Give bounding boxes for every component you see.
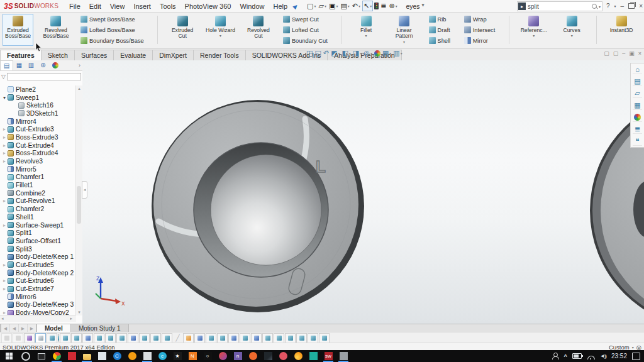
selection-filter-icon[interactable] <box>319 333 330 343</box>
heads-up-icon[interactable]: ● <box>374 50 380 57</box>
restore-button[interactable] <box>628 3 635 9</box>
tree-item[interactable]: Boss-Extrude4 <box>0 150 76 158</box>
selection-filter-icon[interactable] <box>60 333 70 343</box>
menu-item[interactable]: Insert <box>129 1 155 11</box>
expand-arrow-icon[interactable] <box>2 278 7 283</box>
wifi-icon[interactable] <box>587 353 595 359</box>
taskbar-app-icon[interactable]: C <box>109 350 125 362</box>
search-scope-icon[interactable]: ▸ <box>518 3 526 10</box>
tree-item[interactable]: Surface-Sweep1 <box>0 221 76 229</box>
heads-up-icon[interactable]: ◱ <box>314 50 321 57</box>
cortana-button[interactable] <box>18 352 34 361</box>
search-icon[interactable] <box>592 4 597 9</box>
selection-filter-icon[interactable] <box>128 333 138 343</box>
help-button[interactable]: ? <box>606 3 610 9</box>
expand-arrow-icon[interactable] <box>2 134 7 140</box>
search-input[interactable]: split <box>528 3 592 10</box>
ribbon-button[interactable]: Lofted Boss/Base <box>79 25 155 35</box>
close-button[interactable]: × <box>639 3 643 9</box>
quick-access-button[interactable]: ↖ ▾ <box>362 1 373 11</box>
task-pane-tab-icon[interactable] <box>633 112 642 122</box>
dropdown-caret-icon[interactable]: ▾ <box>325 4 326 8</box>
status-options-icon[interactable]: ◎ <box>636 344 641 351</box>
heads-up-icon[interactable]: ↶ <box>323 50 329 57</box>
dropdown-caret-icon[interactable]: ▾ <box>370 4 372 8</box>
tree-item[interactable]: Plane2 <box>0 85 76 94</box>
battery-icon[interactable] <box>572 353 582 359</box>
selection-filter-icon[interactable] <box>162 333 172 343</box>
taskbar-app-icon[interactable] <box>260 350 275 362</box>
task-pane-tab-icon[interactable]: ▤ <box>633 77 642 86</box>
taskbar-app-icon[interactable]: n <box>230 350 245 362</box>
taskbar-app-icon[interactable] <box>336 350 351 362</box>
selection-filter-icon[interactable] <box>139 333 150 343</box>
taskbar-app-icon[interactable] <box>49 350 64 362</box>
tree-item[interactable]: Cut-Extrude5 <box>0 261 76 269</box>
selection-filter-icon[interactable] <box>71 333 82 343</box>
tree-item[interactable]: Sketch16 <box>0 101 76 109</box>
selection-filter-icon[interactable] <box>228 333 239 343</box>
selection-filter-icon[interactable] <box>35 333 46 343</box>
menu-item[interactable]: Window <box>235 1 269 11</box>
volume-icon[interactable]: ◄)) <box>600 353 606 359</box>
selection-filter-icon[interactable] <box>251 333 262 343</box>
ribbon-button[interactable]: Curves <box>557 14 587 46</box>
tree-item[interactable]: Cut-Revolve1 <box>0 197 76 206</box>
command-tab[interactable]: Surfaces <box>74 50 114 60</box>
taskbar-app-icon[interactable]: c <box>155 350 170 362</box>
taskbar-app-icon[interactable] <box>245 350 260 362</box>
command-tab[interactable]: Evaluate <box>113 50 153 60</box>
ribbon-button[interactable] <box>341 16 341 44</box>
ribbon-button[interactable]: Draft <box>427 25 462 35</box>
ribbon-button[interactable]: Swept Boss/Base <box>79 14 155 25</box>
selection-filter-icon[interactable] <box>285 333 296 343</box>
ribbon-button[interactable]: Rib <box>427 14 462 25</box>
selection-filter-icon[interactable] <box>82 333 93 343</box>
heads-up-icon[interactable]: ◩ <box>331 50 340 57</box>
minimize-button[interactable]: – <box>621 3 625 9</box>
taskbar-app-icon[interactable] <box>291 350 306 362</box>
ribbon-button[interactable]: Extruded Boss/Base <box>3 14 33 46</box>
tree-horizontal-scrollbar[interactable]: ◂ ▸ <box>0 315 76 322</box>
tree-item[interactable]: Surface-Offset1 <box>0 237 76 245</box>
selection-filter-icon[interactable] <box>296 333 307 343</box>
tree-item[interactable]: Mirror6 <box>0 293 76 301</box>
task-view-button[interactable] <box>34 353 49 359</box>
tree-item[interactable]: Sweep1 <box>0 94 76 102</box>
start-button[interactable] <box>0 350 18 362</box>
tree-item[interactable]: Fillet1 <box>0 181 76 189</box>
ribbon-button[interactable]: Linear Pattern <box>389 14 419 46</box>
selection-filter-icon[interactable] <box>105 333 116 343</box>
heads-up-icon[interactable]: ▥ <box>393 50 402 57</box>
selection-filter-icon[interactable] <box>13 333 23 343</box>
selection-filter-icon[interactable] <box>24 333 35 343</box>
taskbar-app-icon[interactable] <box>215 350 230 362</box>
selection-filter-icon[interactable] <box>308 333 318 343</box>
selection-filter-icon[interactable]: ╱ <box>173 334 182 343</box>
task-pane-tab-icon[interactable]: ▦ <box>633 101 642 110</box>
ribbon-button[interactable]: Wrap <box>462 14 507 25</box>
quick-access-button[interactable]: ▤ ▾ <box>340 1 350 11</box>
ribbon-button[interactable]: Revolved Cut <box>243 14 274 46</box>
taskbar-app-icon[interactable] <box>275 350 291 362</box>
selection-filter-icon[interactable] <box>194 333 205 343</box>
units-caret-icon[interactable]: ▾ <box>632 345 634 349</box>
taskbar-app-icon[interactable]: ★ <box>170 350 185 362</box>
tree-item[interactable]: Split3 <box>0 245 76 253</box>
feature-manager-tab[interactable]: ▤ <box>0 60 13 70</box>
ribbon-button[interactable]: Boundary Cut <box>281 35 339 46</box>
tree-item[interactable]: Revolve3 <box>0 157 76 165</box>
selection-filter-icon[interactable] <box>183 333 194 343</box>
tree-item[interactable]: Mirror5 <box>0 165 76 173</box>
tree-item[interactable]: Body-Delete/Keep 2 <box>0 269 76 277</box>
expand-arrow-icon[interactable] <box>2 198 7 204</box>
command-tab[interactable]: Render Tools <box>193 50 246 60</box>
tree-item[interactable]: Cut-Extrude4 <box>0 141 76 150</box>
taskbar-app-icon[interactable]: sw <box>321 350 336 362</box>
ribbon-button[interactable]: Shell <box>427 35 462 46</box>
expand-arrow-icon[interactable] <box>2 95 7 101</box>
doc-window-button[interactable]: ▢ <box>604 50 609 57</box>
tree-item[interactable]: Cut-Extrude3 <box>0 125 76 133</box>
taskbar-app-icon[interactable] <box>64 350 79 362</box>
ribbon-button[interactable] <box>596 16 597 44</box>
